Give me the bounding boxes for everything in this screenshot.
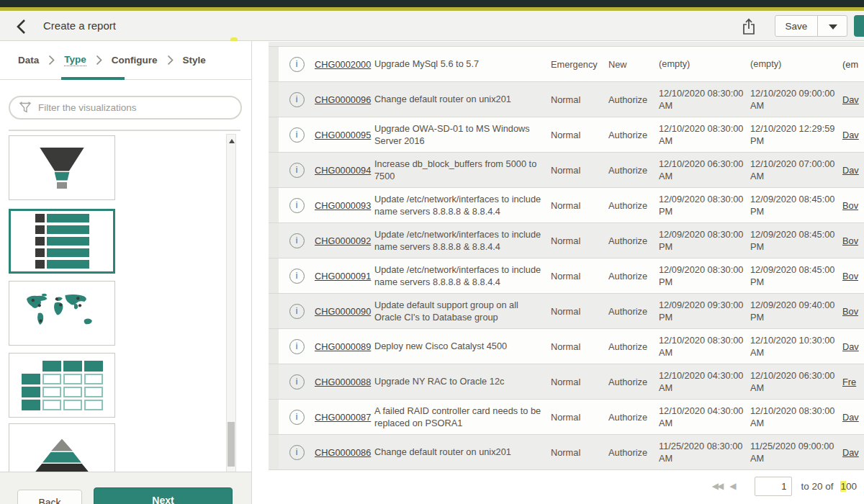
change-number-link[interactable]: CHG0000088 bbox=[315, 377, 371, 387]
back-button[interactable]: Back bbox=[17, 490, 82, 504]
assignee-link[interactable]: Dav bbox=[842, 341, 859, 352]
back-chevron-icon[interactable] bbox=[13, 17, 33, 37]
planned-end-date: 12/10/2020 12:29:59 PM bbox=[750, 122, 842, 148]
assignee-link[interactable]: Dav bbox=[842, 94, 859, 105]
info-icon[interactable]: i bbox=[289, 163, 305, 178]
planned-end-date: 11/25/2020 09:00:00 AM bbox=[750, 440, 842, 465]
chevron-right-icon bbox=[167, 55, 174, 66]
sidebar-scrollbar[interactable] bbox=[226, 134, 236, 504]
next-button[interactable]: Next bbox=[94, 487, 233, 504]
top-system-bar bbox=[0, 0, 864, 7]
info-icon[interactable]: i bbox=[289, 269, 305, 284]
assignee-link[interactable]: Bov bbox=[842, 271, 858, 282]
short-description: Upgrade MySql 5.6 to 5.7 bbox=[374, 58, 551, 70]
assignee-link[interactable]: Dav bbox=[842, 412, 859, 423]
step-configure[interactable]: Configure bbox=[112, 55, 158, 66]
funnel-chart-icon bbox=[40, 148, 84, 189]
save-button[interactable]: Save bbox=[775, 15, 818, 37]
step-style[interactable]: Style bbox=[183, 55, 206, 66]
viz-tile-map[interactable] bbox=[9, 281, 115, 346]
report-preview-area: i CHG0002000 Upgrade MySql 5.6 to 5.7 Em… bbox=[252, 41, 864, 504]
planned-end-date: 12/10/2020 06:30:00 AM bbox=[750, 369, 842, 395]
planned-end-date: 12/10/2020 08:30:00 AM bbox=[750, 405, 842, 430]
planned-end-date: 12/10/2020 09:00:00 AM bbox=[750, 87, 842, 112]
info-icon[interactable]: i bbox=[289, 127, 305, 143]
change-number-link[interactable]: CHG0000089 bbox=[315, 341, 371, 352]
change-number-link[interactable]: CHG0000096 bbox=[315, 94, 371, 105]
change-number-link[interactable]: CHG0000087 bbox=[315, 412, 371, 423]
assignee-link[interactable]: Bov bbox=[842, 306, 858, 317]
short-description: Update default support group on all Orac… bbox=[374, 299, 551, 324]
planned-start-date: 11/25/2020 08:30:00 AM bbox=[659, 440, 750, 465]
info-icon[interactable]: i bbox=[289, 445, 305, 460]
assignee-link[interactable]: Dav bbox=[842, 447, 859, 458]
planned-end-date: 12/10/2020 07:00:00 AM bbox=[750, 158, 842, 183]
clipped-column bbox=[269, 294, 279, 328]
clipped-column bbox=[269, 188, 279, 222]
scrollbar-thumb[interactable] bbox=[228, 422, 235, 467]
planned-end-date: 12/09/2020 08:45:00 PM bbox=[750, 264, 842, 289]
step-type[interactable]: Type bbox=[64, 54, 86, 66]
assignee-link[interactable]: Dav bbox=[842, 165, 859, 176]
priority: Normal bbox=[551, 200, 608, 211]
state: Authorize bbox=[608, 130, 659, 140]
viz-tile-funnel[interactable] bbox=[9, 135, 115, 200]
divider bbox=[9, 130, 240, 131]
short-description: Increase db_block_buffers from 5000 to 7… bbox=[374, 158, 551, 183]
info-icon[interactable]: i bbox=[289, 57, 305, 72]
info-icon[interactable]: i bbox=[289, 304, 305, 319]
filter-input[interactable] bbox=[38, 102, 232, 113]
priority: Normal bbox=[551, 130, 608, 140]
info-icon[interactable]: i bbox=[289, 92, 305, 107]
assignee-link[interactable]: Dav bbox=[842, 130, 859, 140]
assignee-link[interactable]: Bov bbox=[842, 200, 858, 211]
info-icon[interactable]: i bbox=[289, 233, 305, 248]
first-page-icon[interactable]: ◀◀ bbox=[712, 481, 722, 491]
priority: Normal bbox=[551, 306, 608, 317]
change-number-link[interactable]: CHG0000095 bbox=[315, 130, 371, 140]
planned-start-date: 12/10/2020 08:30:00 AM bbox=[659, 334, 750, 359]
assignee-link[interactable]: (em bbox=[842, 59, 858, 70]
share-icon[interactable] bbox=[740, 17, 757, 36]
table-row: i CHG0000087 A failed RAID controller ca… bbox=[269, 400, 864, 435]
info-icon[interactable]: i bbox=[289, 374, 305, 390]
page-number-input[interactable] bbox=[755, 477, 792, 496]
change-number-link[interactable]: CHG0000086 bbox=[315, 447, 371, 458]
save-dropdown-button[interactable] bbox=[817, 15, 847, 37]
chevron-right-icon bbox=[96, 55, 102, 66]
assignee-link[interactable]: Fre bbox=[842, 377, 856, 387]
change-number-link[interactable]: CHG0000091 bbox=[315, 271, 371, 282]
viz-tile-list[interactable] bbox=[9, 209, 115, 274]
change-number-link[interactable]: CHG0000092 bbox=[315, 235, 371, 246]
change-number-link[interactable]: CHG0000093 bbox=[315, 200, 371, 211]
table-row: i CHG0000086 Change default router on un… bbox=[269, 435, 864, 470]
change-request-table: i CHG0002000 Upgrade MySql 5.6 to 5.7 Em… bbox=[269, 42, 864, 470]
table-row: i CHG0000095 Upgrade OWA-SD-01 to MS Win… bbox=[269, 117, 864, 153]
clipped-row bbox=[269, 42, 864, 47]
table-chart-icon bbox=[22, 361, 103, 410]
change-number-link[interactable]: CHG0000094 bbox=[315, 165, 371, 176]
previous-page-icon[interactable]: ◀ bbox=[729, 481, 734, 491]
info-icon[interactable]: i bbox=[289, 339, 305, 354]
viz-tile-table[interactable] bbox=[9, 353, 115, 418]
app-header: Create a report Save bbox=[0, 11, 864, 41]
change-number-link[interactable]: CHG0000090 bbox=[315, 306, 371, 317]
pyramid-chart-icon bbox=[35, 439, 89, 473]
step-data[interactable]: Data bbox=[18, 55, 39, 66]
short-description: Deploy new Cisco Catalyst 4500 bbox=[374, 340, 551, 352]
pagination: ◀◀ ◀ to 20 of 100 bbox=[252, 475, 864, 497]
table-row: i CHG0000089 Deploy new Cisco Catalyst 4… bbox=[269, 329, 864, 364]
info-icon[interactable]: i bbox=[289, 198, 305, 213]
state: Authorize bbox=[608, 200, 659, 211]
assignee-link[interactable]: Bov bbox=[842, 235, 858, 246]
planned-start-date: 12/10/2020 08:30:00 AM bbox=[659, 87, 750, 112]
chevron-right-icon bbox=[48, 55, 55, 66]
change-number-link[interactable]: CHG0002000 bbox=[315, 59, 371, 70]
primary-button-partial[interactable] bbox=[854, 15, 864, 37]
scroll-up-icon[interactable] bbox=[229, 139, 235, 143]
planned-start-date: (empty) bbox=[659, 58, 750, 70]
planned-start-date: 12/10/2020 06:30:00 AM bbox=[659, 158, 750, 183]
planned-start-date: 12/10/2020 04:30:00 AM bbox=[659, 405, 750, 430]
info-icon[interactable]: i bbox=[289, 410, 305, 425]
planned-start-date: 12/09/2020 09:30:00 PM bbox=[659, 299, 750, 324]
